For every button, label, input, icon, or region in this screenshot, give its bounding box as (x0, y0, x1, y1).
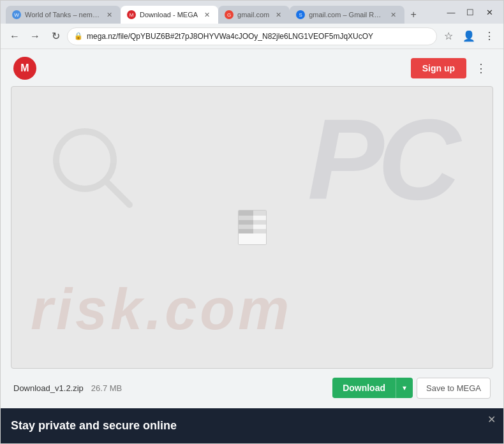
tab-gmail[interactable]: G gmail.com ✕ (218, 6, 290, 24)
back-icon: ← (10, 31, 20, 42)
browser-more-icon: ⋮ (484, 30, 494, 42)
ad-text: Stay private and secure online (11, 419, 177, 433)
tab2-favicon: M (127, 10, 136, 19)
browser-window: W World of Tanks – nemokan... ✕ M Downlo… (0, 0, 504, 444)
file-actions: Download ▾ Save to MEGA (332, 378, 491, 399)
magnifier-watermark (50, 125, 133, 208)
mega-logo: M (13, 57, 36, 80)
file-preview-area: PC risk.com (11, 86, 493, 369)
watermark-pc: PC (308, 93, 454, 225)
zip-file-icon (238, 210, 267, 245)
tab4-title: gmail.com – Gmail Resour... (309, 11, 384, 18)
svg-line-1 (107, 182, 130, 205)
browser-more-button[interactable]: ⋮ (480, 27, 498, 45)
title-bar: W World of Tanks – nemokan... ✕ M Downlo… (1, 1, 503, 24)
tab-gmail-resource[interactable]: S gmail.com – Gmail Resour... ✕ (290, 6, 404, 24)
tabs-container: W World of Tanks – nemokan... ✕ M Downlo… (6, 1, 422, 24)
reload-icon: ↻ (52, 30, 60, 42)
save-to-mega-button[interactable]: Save to MEGA (417, 378, 491, 399)
mega-app: M Sign up ⋮ PC risk.com (1, 49, 503, 408)
tab2-close[interactable]: ✕ (202, 10, 212, 20)
file-name: Download_v1.2.zip (13, 383, 84, 393)
star-icon: ☆ (444, 30, 453, 42)
address-bar[interactable]: 🔒 mega.nz/file/QpYBUZ6B#2t7pJ8OHYVWa4cJO… (67, 27, 437, 45)
reload-button[interactable]: ↻ (47, 27, 64, 45)
page-content: M Sign up ⋮ PC risk.com (1, 49, 503, 443)
tab3-favicon: G (225, 10, 233, 19)
ad-banner: Stay private and secure online ✕ (1, 408, 503, 443)
tab-mega-download[interactable]: M Download - MEGA ✕ (121, 6, 218, 24)
maximize-button[interactable]: ☐ (461, 3, 479, 21)
back-button[interactable]: ← (6, 27, 24, 45)
mega-header: M Sign up ⋮ (11, 56, 493, 81)
sign-up-button[interactable]: Sign up (411, 58, 466, 78)
lock-icon: 🔒 (74, 32, 83, 40)
new-tab-button[interactable]: + (404, 6, 422, 24)
ad-close-button[interactable]: ✕ (487, 413, 496, 426)
window-controls: — ☐ ✕ (442, 3, 498, 21)
file-info-bar: Download_v1.2.zip 26.7 MB Download ▾ Sav… (11, 374, 493, 402)
forward-icon: → (30, 31, 40, 42)
minimize-button[interactable]: — (442, 3, 460, 21)
tab1-favicon: W (12, 10, 21, 19)
watermark-risk: risk.com (31, 277, 292, 343)
url-display: mega.nz/file/QpYBUZ6B#2t7pJ8OHYVWa4cJOOy… (87, 32, 373, 41)
tab-world-of-tanks[interactable]: W World of Tanks – nemokan... ✕ (6, 6, 121, 24)
close-button[interactable]: ✕ (480, 3, 498, 21)
forward-button[interactable]: → (26, 27, 44, 45)
tab2-title: Download - MEGA (140, 11, 198, 18)
bookmark-button[interactable]: ☆ (440, 27, 457, 45)
download-dropdown-button[interactable]: ▾ (396, 378, 413, 398)
mega-more-button[interactable]: ⋮ (471, 59, 491, 78)
file-size: 26.7 MB (91, 383, 122, 393)
download-button[interactable]: Download (332, 378, 396, 398)
nav-bar: ← → ↻ 🔒 mega.nz/file/QpYBUZ6B#2t7pJ8OHYV… (1, 24, 503, 49)
mega-more-icon: ⋮ (475, 61, 487, 75)
tab4-favicon: S (296, 10, 305, 19)
download-button-group: Download ▾ (332, 378, 413, 398)
tab3-title: gmail.com (237, 11, 269, 18)
profile-button[interactable]: 👤 (460, 27, 478, 45)
tab1-close[interactable]: ✕ (104, 10, 114, 20)
tab3-close[interactable]: ✕ (273, 10, 283, 20)
tab4-close[interactable]: ✕ (388, 10, 398, 20)
tab1-title: World of Tanks – nemokan... (25, 11, 100, 18)
profile-icon: 👤 (463, 30, 475, 42)
